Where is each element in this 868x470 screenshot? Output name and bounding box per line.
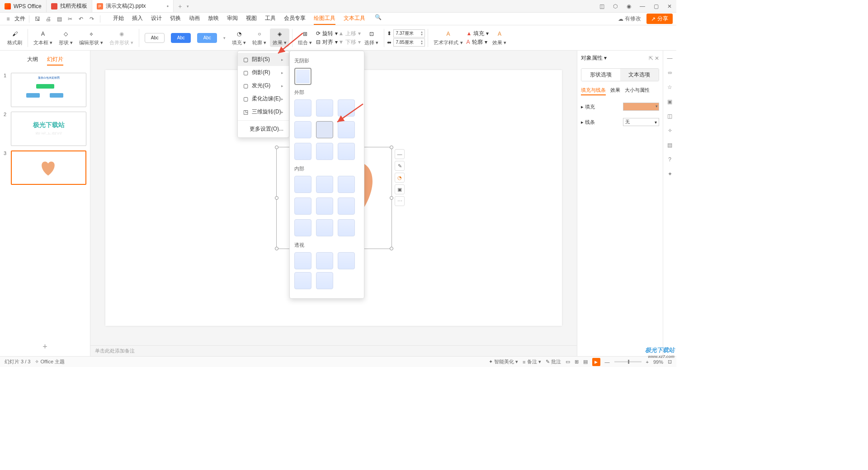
seg-text[interactable]: 文本选项 — [620, 69, 659, 81]
shadow-swatch[interactable] — [294, 176, 311, 193]
zoom-in[interactable]: + — [646, 359, 649, 365]
shadow-swatch[interactable] — [316, 176, 333, 193]
float-more[interactable]: ⋯ — [395, 196, 405, 206]
shadow-swatch[interactable] — [316, 143, 333, 160]
cube-icon[interactable]: ⬡ — [609, 3, 622, 9]
strip-misc-icon[interactable]: ✦ — [666, 170, 674, 178]
subtab-size[interactable]: 大小与属性 — [625, 87, 650, 95]
shadow-swatch[interactable] — [338, 252, 355, 269]
fit-button[interactable]: ⊡ — [668, 359, 672, 365]
maximize-button[interactable]: ▢ — [649, 3, 663, 9]
tab-drawing-tools[interactable]: 绘图工具 — [314, 13, 335, 25]
save-icon[interactable]: 🖫 — [33, 14, 42, 24]
tab-wps[interactable]: WPS Office — [0, 0, 47, 12]
float-copy[interactable]: ▣ — [395, 184, 405, 194]
shadow-swatch[interactable] — [294, 143, 311, 160]
slide-item[interactable]: 1 服务白包来延标图 — [4, 73, 86, 107]
shadow-swatch[interactable] — [338, 176, 355, 193]
align[interactable]: ⊟对齐 ▾ — [316, 38, 338, 46]
art-style[interactable]: A艺术字样式 ▾ — [431, 28, 465, 47]
shadow-swatch-hover[interactable] — [316, 121, 333, 138]
menu-glow[interactable]: ▢发光(G)▸ — [238, 79, 289, 92]
tab-view[interactable]: 视图 — [246, 13, 257, 25]
menu-soft-edge[interactable]: ▢柔化边缘(E)▸ — [238, 92, 289, 105]
shape-style-3[interactable]: Abc — [194, 32, 220, 44]
float-edit[interactable]: ✎ — [395, 161, 405, 171]
share-button[interactable]: ↗ 分享 — [646, 14, 673, 24]
shadow-swatch[interactable] — [316, 197, 333, 215]
shape[interactable]: ◇形状 ▾ — [56, 28, 75, 47]
subtab-fill[interactable]: 填充与线条 — [581, 87, 606, 95]
shadow-swatch[interactable] — [338, 143, 355, 160]
shadow-swatch[interactable] — [294, 252, 311, 269]
tab-text-tools[interactable]: 文本工具 — [344, 13, 365, 25]
strip-star-icon[interactable]: ☆ — [666, 83, 674, 91]
tab-start[interactable]: 开始 — [113, 13, 124, 25]
tab-review[interactable]: 审阅 — [227, 13, 238, 25]
shadow-swatch[interactable] — [294, 99, 311, 117]
rotate[interactable]: ⟳旋转 ▾ — [316, 30, 338, 38]
menu-more-settings[interactable]: 更多设置(O)... — [238, 122, 289, 136]
play-button[interactable]: ▶ — [592, 358, 600, 366]
edit-shape[interactable]: ⟡编辑形状 ▾ — [76, 28, 106, 47]
preview-icon[interactable]: ▤ — [55, 14, 64, 24]
shadow-swatch[interactable] — [294, 197, 311, 215]
notes-field[interactable]: 单击此处添加备注 — [90, 345, 577, 356]
menu-shadow[interactable]: ▢阴影(S)▸ — [238, 53, 289, 66]
menu-icon[interactable]: ≡ — [4, 14, 13, 24]
cut-icon[interactable]: ✂ — [66, 14, 75, 24]
tab-document[interactable]: P 演示文稿(2).pptx ● — [92, 0, 174, 12]
strip-help-icon[interactable]: ? — [666, 155, 674, 164]
tab-member[interactable]: 会员专享 — [284, 13, 306, 25]
avatar-icon[interactable]: ◉ — [622, 3, 636, 9]
menu-reflection[interactable]: ▢倒影(R)▸ — [238, 66, 289, 79]
text-outline[interactable]: A轮廓 ▾ — [467, 38, 489, 46]
textbox[interactable]: A文本框 ▾ — [31, 28, 55, 47]
shadow-swatch[interactable] — [294, 121, 311, 138]
new-tab-button[interactable]: + — [174, 3, 186, 10]
shadow-swatch[interactable] — [338, 99, 355, 117]
zoom-slider[interactable] — [614, 361, 642, 362]
tab-tools[interactable]: 工具 — [265, 13, 276, 25]
close-button[interactable]: ✕ — [663, 3, 676, 9]
slides-tab[interactable]: 幻灯片 — [47, 54, 63, 66]
shadow-swatch[interactable] — [316, 252, 333, 269]
modified-indicator[interactable]: ☁ 有修改 — [618, 15, 641, 23]
panel-segmented[interactable]: 形状选项 文本选项 — [581, 68, 659, 81]
subtab-effect[interactable]: 效果 — [610, 87, 620, 95]
zoom-out[interactable]: — — [605, 359, 610, 365]
format-painter[interactable]: 🖌格式刷 — [5, 28, 25, 47]
tab-transition[interactable]: 切换 — [170, 13, 181, 25]
minimize-button[interactable]: — — [636, 3, 649, 9]
line-select[interactable]: 无▾ — [623, 118, 659, 126]
view-sorter[interactable]: ⊞ — [575, 359, 579, 365]
outline[interactable]: ○轮廓 ▾ — [250, 28, 269, 47]
seg-shape[interactable]: 形状选项 — [581, 69, 620, 81]
shadow-swatch[interactable] — [316, 219, 333, 236]
comment-button[interactable]: ✎ 批注 — [546, 358, 561, 365]
shadow-none-swatch[interactable] — [294, 68, 311, 85]
fill-color[interactable]: ▾ — [623, 103, 659, 111]
shadow-swatch[interactable] — [316, 272, 333, 289]
shadow-swatch[interactable] — [294, 219, 311, 236]
notes-button[interactable]: ≡ 备注 ▾ — [523, 358, 541, 365]
tab-design[interactable]: 设计 — [151, 13, 162, 25]
text-fill[interactable]: ▲填充 ▾ — [467, 30, 489, 38]
strip-minimize[interactable]: — — [666, 54, 674, 62]
float-palette[interactable]: ◔ — [395, 173, 405, 183]
tab-animation[interactable]: 动画 — [189, 13, 200, 25]
print-icon[interactable]: 🖨 — [44, 14, 53, 24]
tab-slideshow[interactable]: 放映 — [208, 13, 219, 25]
view-normal[interactable]: ▭ — [566, 359, 570, 365]
slide-item[interactable]: 3 — [4, 150, 86, 185]
add-slide-button[interactable]: + — [0, 338, 90, 356]
tab-template[interactable]: 找稻壳模板 — [47, 0, 92, 12]
strip-copy-icon[interactable]: ◫ — [666, 112, 674, 120]
shadow-swatch[interactable] — [338, 219, 355, 236]
float-minus[interactable]: — — [395, 149, 405, 159]
strip-tools-icon[interactable]: ✧ — [666, 127, 674, 135]
undo-icon[interactable]: ↶ — [76, 14, 85, 24]
height-input[interactable]: ⬍7.37厘米▴▾ — [387, 29, 425, 38]
fill[interactable]: ◔填充 ▾ — [229, 28, 249, 47]
shadow-swatch[interactable] — [316, 99, 333, 117]
